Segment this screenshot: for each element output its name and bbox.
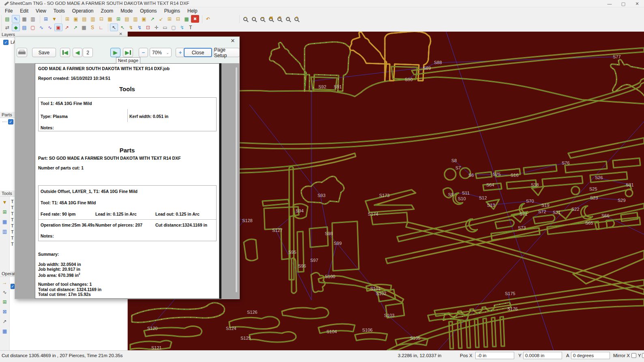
plot-icon[interactable]: ▥ (29, 15, 37, 23)
menu-options[interactable]: Options (137, 8, 160, 14)
menu-operation[interactable]: Operation (69, 8, 97, 14)
edit-part-icon[interactable]: ▣ (54, 24, 62, 31)
array-part-icon[interactable]: ▤ (80, 15, 88, 23)
op-gcode-icon[interactable]: ⊞ (1, 298, 9, 306)
menu-view[interactable]: View (32, 8, 49, 14)
zoom-part-icon[interactable]: □ (284, 15, 292, 23)
insert-part-icon[interactable]: ▣ (72, 15, 80, 23)
edit-job-icon[interactable]: ✎ (12, 15, 20, 23)
layers-panel-close-icon[interactable]: ✕ (119, 32, 122, 36)
contours-icon[interactable]: ▢ (29, 24, 37, 31)
maximize-button[interactable]: ▢ (616, 0, 630, 7)
measure-icon[interactable]: ↗ (71, 24, 79, 31)
part-checkbox[interactable]: ✓ (8, 119, 13, 124)
path-folder-icon[interactable]: ▤ (123, 15, 131, 23)
copy-part-icon[interactable]: ⊟ (97, 15, 105, 23)
operation-checkbox[interactable]: ✓ (11, 284, 15, 289)
select-dashed-icon[interactable]: ▢ (170, 24, 178, 31)
pan-move-icon[interactable]: ✛ (152, 24, 161, 31)
add-part-icon[interactable]: ⊞ (63, 15, 71, 23)
close-dialog-button[interactable]: Close (184, 48, 212, 57)
part-item[interactable]: ✓ (2, 119, 13, 124)
paste-part-icon[interactable]: ▦ (106, 15, 114, 23)
edit-path-icon[interactable]: ▣ (140, 15, 148, 23)
select-contour-icon[interactable]: ⊡ (144, 24, 152, 31)
menu-edit[interactable]: Edit (17, 8, 32, 14)
menu-tools[interactable]: Tools (50, 8, 68, 14)
add-path-icon[interactable]: ⊞ (114, 15, 122, 23)
path-rules2-icon[interactable]: ∿ (46, 24, 54, 31)
undo-icon[interactable]: ↶ (204, 15, 212, 23)
zoom-out-button[interactable]: − (139, 48, 148, 57)
tool-alert-icon[interactable]: ▥ (1, 228, 9, 235)
material-icon[interactable]: ◆ (12, 24, 20, 31)
page-setup-button[interactable]: Page Setup (214, 48, 240, 57)
machine-icon[interactable]: ▦ (80, 24, 88, 31)
menu-plugins[interactable]: Plugins (161, 8, 183, 14)
next-page-button[interactable]: ▶ (110, 48, 120, 57)
menu-help[interactable]: Help (184, 8, 201, 14)
raise-path-icon[interactable]: ⊞ (165, 15, 174, 23)
print-report-button[interactable] (17, 48, 27, 57)
mirror-x-checkbox[interactable] (631, 353, 636, 358)
op-table-icon[interactable]: ▦ (1, 328, 9, 335)
menu-mode[interactable]: Mode (117, 8, 136, 14)
pos-x-field[interactable]: -0 in (475, 352, 514, 359)
zoom-extents-icon[interactable]: ⊡ (275, 15, 283, 23)
select-cursor-icon[interactable]: ↖ (110, 24, 118, 31)
shape-label-s21: S21 (553, 210, 561, 215)
op-drill-icon[interactable]: ∿ (1, 289, 9, 296)
dialog-close-icon[interactable]: ✕ (230, 38, 236, 44)
preview-scrollbar[interactable] (236, 67, 237, 292)
delete-icon[interactable]: ✖ (191, 15, 199, 23)
import-path-icon[interactable]: ↙ (157, 15, 165, 23)
snap-cursor2-icon[interactable]: ↯ (135, 24, 144, 31)
path-rules-icon[interactable]: ∿ (37, 24, 45, 31)
previous-page-button[interactable]: ◀ (73, 48, 82, 57)
angle-field[interactable]: 0 degrees (571, 352, 610, 359)
menu-zoom[interactable]: Zoom (98, 8, 117, 14)
run-post-icon[interactable]: ▼ (50, 15, 58, 23)
corner-icon[interactable]: ∟ (97, 24, 105, 31)
lower-path-icon[interactable]: ⊟ (174, 15, 182, 23)
tool-table-icon[interactable]: ▦ (1, 218, 9, 225)
path-table-icon[interactable]: ▦ (182, 15, 191, 23)
export-path-icon[interactable]: ↗ (148, 15, 157, 23)
zoom-out-icon[interactable]: − (250, 15, 258, 23)
zoom-pan-icon[interactable]: ✛ (292, 15, 301, 23)
move-path-icon[interactable]: ▥ (131, 15, 140, 23)
start-point-icon[interactable]: S (88, 24, 97, 31)
tool-post-icon[interactable]: ▼ (1, 199, 9, 206)
close-button[interactable]: ✕ (630, 0, 644, 7)
last-page-button[interactable]: ▶ (123, 48, 133, 57)
pos-y-field[interactable]: 0.0008 in (523, 352, 562, 359)
quick-bolt-icon[interactable]: ↯ (178, 24, 186, 31)
part-info-icon[interactable]: ▥ (89, 15, 97, 23)
select-start-icon[interactable]: ↖ (118, 24, 127, 31)
add-text-icon[interactable]: T (187, 24, 195, 31)
snap-cursor-icon[interactable]: ↯ (127, 24, 135, 31)
page-number-field[interactable]: 2 (83, 48, 93, 57)
zoom-in-icon[interactable]: + (241, 15, 249, 23)
operation-item[interactable]: ✓ (11, 282, 15, 289)
minimize-button[interactable]: — (603, 0, 616, 7)
zoom-material-icon[interactable]: ▣ (267, 15, 275, 23)
op-move-icon[interactable]: → (1, 279, 9, 286)
save-report-button[interactable]: Save (32, 48, 56, 57)
jog-arrow-icon[interactable]: ↗ (63, 24, 71, 31)
zoom-window-icon[interactable]: ▭ (258, 15, 266, 23)
mirror-y-checkbox[interactable] (642, 353, 644, 358)
select-box-icon[interactable]: ▭ (161, 24, 169, 31)
job-options-icon[interactable]: ▤ (20, 24, 28, 31)
new-job-icon[interactable]: ▤ (3, 15, 11, 23)
op-delete-icon[interactable]: ⊠ (1, 308, 9, 315)
new-tool-icon[interactable]: ⊞ (1, 208, 9, 216)
show-xy-icon[interactable]: ⇄ (3, 24, 11, 31)
first-page-button[interactable]: ◀ (60, 48, 70, 57)
layer-checkbox[interactable]: ✓ (3, 40, 9, 45)
calculator-icon[interactable]: ⊞ (42, 15, 50, 23)
op-edit-icon[interactable]: ↗ (1, 318, 9, 325)
print-icon[interactable]: ▦ (20, 15, 28, 23)
menu-file[interactable]: File (2, 8, 16, 14)
zoom-level-select[interactable]: 70% ⌄ (150, 48, 172, 57)
